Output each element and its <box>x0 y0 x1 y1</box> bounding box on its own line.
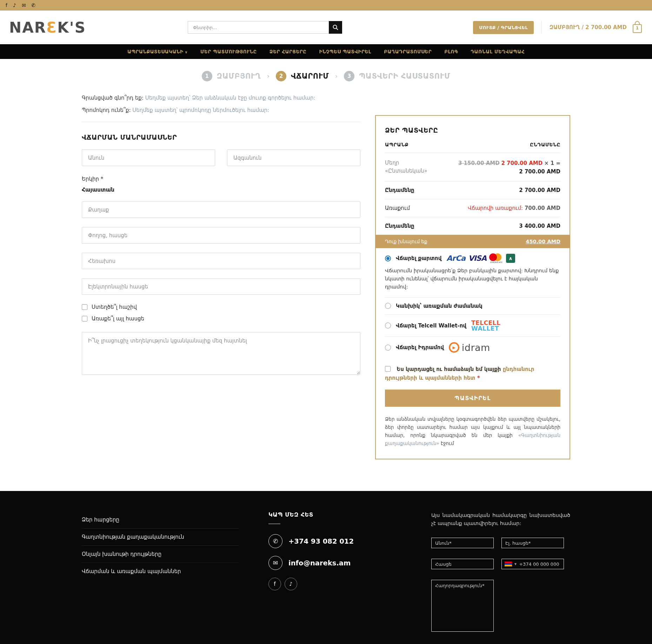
nav-item-how-to-order[interactable]: ԻՆՉՊԵՍ ՊԱՏՎԻՐԵԼ <box>319 49 371 54</box>
step-3-label: ՊԱՏՎԵՐԻ ՀԱՍՏԱՏՈՒՄ <box>359 72 450 80</box>
cart-link[interactable]: ԶԱՄԲՅՈՒՂ / 2 700.00 AMD 1 <box>541 21 643 34</box>
savings-banner: Դուք խնայում եք 450.00 AMD <box>376 235 570 248</box>
ship-other-address-checkbox[interactable] <box>82 316 87 321</box>
line-total: 2 700.00 AMD <box>519 168 560 175</box>
arca-logo: ArCa <box>446 254 465 263</box>
payment-idram-label: Վճարել Իդրամով <box>396 344 444 351</box>
nav-item-blog[interactable]: ԲԼՈԳ <box>444 49 458 54</box>
tiktok-icon[interactable]: ♪ <box>13 3 16 8</box>
contact-phone[interactable]: ✆ +374 93 082 012 <box>268 534 374 548</box>
chevron-down-icon: ∨ <box>185 50 188 54</box>
login-register-button[interactable]: ՄՈՒՏՔ / ԳՐԱՆՑՎԵԼ <box>473 21 534 34</box>
idram-logo: ▶ idram <box>449 342 490 353</box>
contact-phone-number: +374 93 082 012 <box>288 537 354 545</box>
checkout-steps: 1 ԶԱՄԲՅՈՒՂ › 2 ՎՃԱՐՈՒՄ › 3 ՊԱՏՎԵՐԻ ՀԱՍՏԱ… <box>0 71 652 81</box>
ship-other-address-checkbox-row[interactable]: Առաքե՞լ այլ հասցե <box>82 316 360 322</box>
footer-email-field[interactable] <box>501 538 564 548</box>
footer-name-field[interactable] <box>431 538 494 548</box>
nav-item-become-beekeeper[interactable]: ԴԱՌՆԱԼ ՄԵՂՎԱՊԱՀ <box>471 49 525 54</box>
phone-icon[interactable]: ✆ <box>32 3 36 8</box>
payment-option-cash[interactable]: Կանխիկ՝ առաքման ժամանակ <box>385 298 560 315</box>
terms-agreement: Ես կարդացել ու համաձայն եմ կայքի ընդհանո… <box>385 365 560 383</box>
footer-address-field[interactable] <box>431 559 494 569</box>
create-account-checkbox[interactable] <box>82 304 87 310</box>
city-field[interactable] <box>82 201 360 218</box>
step-confirmation: 3 ՊԱՏՎԵՐԻ ՀԱՍՏԱՏՈՒՄ <box>344 71 450 81</box>
tiktok-icon[interactable]: ♪ <box>285 578 297 590</box>
bank-badge-icon: ∧ <box>506 254 515 263</box>
nav-item-your-questions[interactable]: ՁԵՐ ՀԱՐՑԵՐԸ <box>270 49 307 54</box>
logo-text-2: K'S <box>57 19 86 36</box>
search-button[interactable] <box>329 21 342 34</box>
footer-link-shop-terms[interactable]: Օնլայն խանութի դրույթները <box>82 546 239 563</box>
create-account-checkbox-row[interactable]: Ստեղծե՞լ հաշիվ <box>82 304 360 310</box>
step-3-circle: 3 <box>344 71 354 81</box>
order-notes-textarea[interactable] <box>82 332 360 375</box>
total-label: Ընդամենը <box>385 223 414 229</box>
payment-option-telcell[interactable]: Վճարել Telcell Wallet-ով TELCELL WALLET <box>385 315 560 337</box>
logo-accent: Ɛ <box>46 19 57 36</box>
footer-message-textarea[interactable] <box>431 580 494 632</box>
contact-email[interactable]: ✉ info@nareks.am <box>268 556 374 570</box>
email-icon[interactable]: ✉ <box>22 3 26 8</box>
footer-link-payment-delivery[interactable]: Վճարման և առաքման պայմաններ <box>82 563 239 580</box>
nav-item-products[interactable]: ԱՊՐԱՆՔԱՏԵՍԱԿԱՆԻ∨ <box>127 49 188 54</box>
phone-field[interactable] <box>82 253 360 269</box>
email-field[interactable] <box>82 278 360 295</box>
search-icon <box>332 24 339 31</box>
create-account-label: Ստեղծե՞լ հաշիվ <box>92 304 137 310</box>
payment-option-idram[interactable]: Վճարել Իդրամով ▶ idram <box>385 337 560 358</box>
column-total: ԸՆԴԱՄԵՆԸ <box>530 142 560 147</box>
mail-system-note: Այս նամակագրական համակարգը նախատեսված չէ… <box>431 511 570 527</box>
armenia-flag-icon <box>505 562 512 566</box>
payment-cash-label: Կանխիկ՝ առաքման ժամանակ <box>396 303 483 309</box>
step-separator-icon: › <box>267 73 270 80</box>
header: NARƐK'S ՄՈՒՏՔ / ԳՐԱՆՑՎԵԼ ԶԱՄԲՅՈՒՂ / 2 70… <box>0 11 652 44</box>
nav-item-our-story[interactable]: ՄԵՐ ՊԱՏՄՈՒԹՅՈՒՆԸ <box>200 49 257 54</box>
site-logo[interactable]: NARƐK'S <box>9 19 86 36</box>
place-order-button[interactable]: ՊԱՏՎԻՐԵԼ <box>385 390 560 407</box>
step-2-circle: 2 <box>276 71 286 81</box>
terms-checkbox[interactable] <box>385 366 391 372</box>
footer-phone-field[interactable]: ▼ +374 00 000 000 <box>501 559 564 569</box>
first-name-field[interactable] <box>82 150 215 166</box>
subtotal-row: Ընդամենը 2 700.00 AMD <box>385 181 560 199</box>
payment-card-label: Վճարել քարտով <box>396 255 441 261</box>
payment-cash-radio[interactable] <box>385 303 391 309</box>
product-name: Մեղր «Ընտանեկան» <box>385 159 441 176</box>
idram-icon: ▶ <box>449 342 459 353</box>
search-input[interactable] <box>188 21 329 34</box>
ship-other-address-label: Առաքե՞լ այլ հասցե <box>92 316 144 322</box>
footer: Ձեր հարցերը Գաղտնիության քաղաքականությու… <box>0 491 652 644</box>
chevron-down-icon[interactable]: ▼ <box>514 563 517 566</box>
nav-item-recipes[interactable]: ԲԱՂԱԴՐԱՏՈՄՍԵՐ <box>384 49 432 54</box>
logo-text: NAR <box>9 19 46 36</box>
savings-label: Դուք խնայում եք <box>385 239 427 244</box>
login-notice-link[interactable]: Սեղմեք այստեղ՝ Ձեր անձնական էջը մուտք գո… <box>145 95 315 101</box>
total-value: 3 400.00 AMD <box>519 223 560 229</box>
last-name-field[interactable] <box>227 150 360 166</box>
footer-link-your-questions[interactable]: Ձեր հարցերը <box>82 511 239 529</box>
shipping-value: Վճարովի առաքում: 700.00 AMD <box>468 205 560 211</box>
checkout-main: Գրանցված գնո՞րդ եք: Սեղմեք այստեղ՝ Ձեր ա… <box>82 95 570 491</box>
email-icon: ✉ <box>268 556 282 570</box>
payment-idram-radio[interactable] <box>385 345 391 351</box>
header-auth-area: ՄՈՒՏՔ / ԳՐԱՆՑՎԵԼ ԶԱՄԲՅՈՒՂ / 2 700.00 AMD… <box>473 21 643 34</box>
facebook-icon[interactable]: f <box>6 3 7 8</box>
step-cart[interactable]: 1 ԶԱՄԲՅՈՒՂ <box>202 71 261 81</box>
visa-logo: VISA <box>468 254 486 263</box>
footer-form-column: Այս նամակագրական համակարգը նախատեսված չէ… <box>431 511 570 644</box>
product-price: 3 150.00 AMD 2 700.00 AMD × 1 = 2 700.00… <box>458 159 560 176</box>
footer-link-privacy-policy[interactable]: Գաղտնիության քաղաքականություն <box>82 529 239 546</box>
promo-notice-link[interactable]: Սեղմեք այստեղ՝ պրոմոկոդը ներմուծելու համ… <box>132 107 269 113</box>
footer-contact-column: ԿԱՊ ՄԵԶ ՀԵՏ ✆ +374 93 082 012 ✉ info@nar… <box>268 511 374 644</box>
old-price: 3 150.00 AMD <box>458 160 500 166</box>
payment-telcell-radio[interactable] <box>385 323 391 328</box>
facebook-icon[interactable]: f <box>268 578 281 590</box>
payment-card-radio[interactable] <box>385 255 391 261</box>
street-address-field[interactable] <box>82 227 360 244</box>
order-title: ՁԵՐ ՊԱՏՎԵՐԸ <box>385 126 560 134</box>
payment-option-card[interactable]: Վճարել քարտով ArCa VISA mastercard ∧ <box>385 248 560 266</box>
shipping-label: Առաքում <box>385 205 410 211</box>
contact-title: ԿԱՊ ՄԵԶ ՀԵՏ <box>268 511 374 518</box>
